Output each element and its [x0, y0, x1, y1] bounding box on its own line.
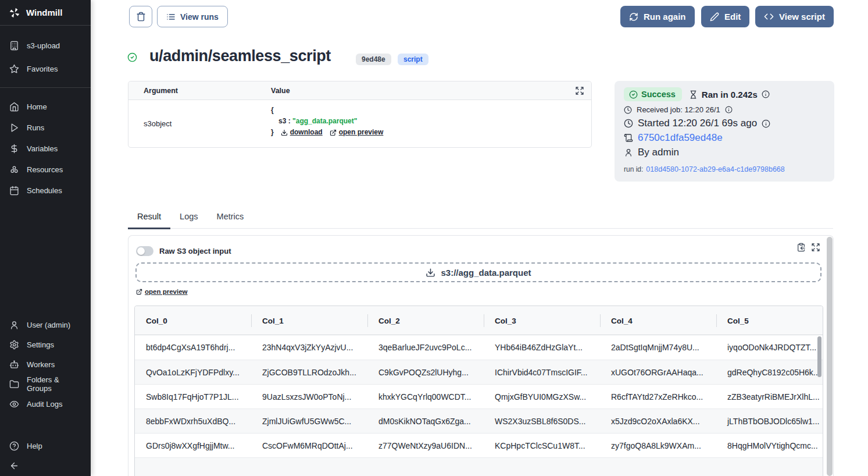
table-cell: QvOa1oLzKFjYDFPdlxy...	[135, 368, 251, 377]
table-cell: ZjGCOB9TLLROdzoJkh...	[251, 368, 367, 377]
s3-file-download-button[interactable]: s3://agg_data.parquet	[135, 262, 821, 282]
sidebar-item-label: Runs	[27, 123, 44, 132]
pencil-icon	[710, 12, 719, 22]
argument-value-json: { s3 : "agg_data.parquet" } download ope…	[271, 105, 383, 138]
sidebar-item-favorites[interactable]: Favorites	[0, 57, 91, 80]
view-runs-button[interactable]: View runs	[157, 6, 228, 27]
sidebar-item-folders-groups[interactable]: Folders & Groups	[0, 374, 91, 394]
argument-column-header: Argument	[128, 87, 271, 95]
job-hash-link[interactable]: 6750c1dfa59ed48e	[638, 132, 723, 144]
clock-icon	[624, 119, 633, 128]
column-header: Col_1	[251, 306, 367, 335]
open-preview-link[interactable]: open preview	[330, 127, 384, 138]
code-icon	[764, 12, 774, 22]
home-icon	[9, 102, 19, 112]
arguments-table-row: s3object { s3 : "agg_data.parquet" } dow…	[128, 100, 591, 147]
tab-result[interactable]: Result	[128, 212, 170, 228]
view-script-label: View script	[779, 12, 825, 22]
table-cell: zZB3eatyrRiBMEJrXlhL...	[716, 392, 823, 402]
view-runs-label: View runs	[180, 12, 219, 22]
arrow-left-icon	[9, 461, 19, 471]
result-tabs: Result Logs Metrics	[128, 212, 833, 229]
table-cell: WS2X3uzSBL8f6S0DS...	[484, 417, 600, 426]
resources-icon	[9, 165, 19, 175]
sidebar-item-audit-logs[interactable]: Audit Logs	[0, 394, 91, 414]
clipboard-copy-icon[interactable]	[796, 243, 806, 252]
column-header: Col_3	[484, 306, 600, 335]
sidebar-item-label: Favorites	[27, 65, 58, 73]
sidebar: Windmill s3-upload Favorites Home Runs V…	[0, 0, 91, 476]
tab-metrics[interactable]: Metrics	[208, 212, 253, 228]
panel-scrollbar-thumb[interactable]	[827, 237, 833, 476]
sidebar-item-schedules[interactable]: Schedules	[0, 180, 91, 201]
sidebar-item-s3-upload[interactable]: s3-upload	[0, 34, 91, 57]
user-icon	[9, 320, 19, 330]
column-header: Col_2	[367, 306, 484, 335]
scroll-icon	[624, 133, 633, 143]
delete-button[interactable]	[129, 6, 152, 27]
external-link-icon	[330, 129, 337, 136]
trash-icon	[136, 12, 146, 22]
raw-s3-toggle[interactable]	[136, 246, 153, 256]
run-id-link[interactable]: 018d4580-1072-ab29-e6a4-c1de9798b668	[646, 165, 784, 173]
table-cell: zy7fgoQ8A8Lk9WXAm...	[600, 441, 716, 450]
sidebar-item-workers[interactable]: Workers	[0, 354, 91, 374]
info-icon[interactable]	[762, 90, 770, 98]
argument-name: s3object	[144, 119, 172, 128]
sidebar-item-label: Schedules	[27, 186, 62, 195]
by-user-text: By admin	[638, 147, 679, 158]
person-icon	[624, 148, 633, 157]
open-preview-link[interactable]: open preview	[136, 288, 188, 295]
toggle-knob	[137, 247, 145, 255]
column-header: Col_0	[135, 306, 251, 335]
table-row: GDrs0j8wXXgfHgjjMtw...CscOFwM6MRqDOttAj.…	[135, 433, 823, 457]
page-title: u/admin/seamless_script	[149, 47, 331, 65]
table-cell: CscOFwM6MRqDOttAj...	[251, 441, 367, 450]
sidebar-item-settings[interactable]: Settings	[0, 335, 91, 354]
edit-button[interactable]: Edit	[701, 6, 749, 27]
table-cell: 23hN4qxV3jZkYyAzjvU...	[251, 343, 367, 352]
sidebar-divider	[0, 87, 91, 88]
sidebar-item-home[interactable]: Home	[0, 96, 91, 117]
gear-icon	[9, 340, 19, 350]
hash-badge: 9ed48e	[356, 54, 391, 65]
job-info-panel: Success Ran in 0.242s Received job: 12:2…	[615, 81, 834, 182]
play-icon	[9, 123, 19, 133]
received-job-text: Received job: 12:20 26/1	[637, 105, 720, 114]
tab-logs[interactable]: Logs	[170, 212, 207, 228]
expand-icon[interactable]	[575, 86, 584, 95]
star-icon	[9, 64, 19, 74]
download-link[interactable]: download	[281, 127, 323, 138]
expand-icon[interactable]	[811, 243, 820, 252]
run-again-button[interactable]: Run again	[620, 6, 695, 27]
json-close-brace: }	[271, 127, 274, 138]
table-cell: IChirVbid4c07TmscIGIF...	[484, 368, 600, 377]
info-icon[interactable]	[725, 106, 733, 113]
view-script-button[interactable]: View script	[755, 6, 834, 27]
eye-icon	[9, 399, 19, 409]
collapse-sidebar-button[interactable]	[0, 457, 91, 474]
info-icon[interactable]	[762, 119, 770, 128]
column-header: Col_4	[600, 306, 716, 335]
sidebar-item-resources[interactable]: Resources	[0, 159, 91, 180]
json-open-brace: {	[271, 105, 383, 116]
json-string-value: "agg_data.parquet"	[292, 117, 357, 125]
sidebar-item-variables[interactable]: Variables	[0, 138, 91, 159]
json-key: s3	[278, 117, 286, 125]
sidebar-item-user[interactable]: User (admin)	[0, 315, 91, 335]
started-text: Started 12:20 26/1 69s ago	[638, 118, 757, 129]
table-cell: dM0sKikNOTaqGx6Zga...	[367, 417, 484, 426]
table-cell: jLThBTbOBJODlc65lw1...	[716, 417, 823, 426]
table-scrollbar-thumb[interactable]	[817, 336, 821, 377]
run-again-label: Run again	[644, 12, 686, 22]
windmill-logo-icon	[9, 7, 20, 19]
sidebar-item-label: Audit Logs	[27, 400, 62, 408]
sidebar-item-label: Settings	[27, 340, 54, 349]
help-circle-icon	[9, 441, 19, 451]
app-logo-row[interactable]: Windmill	[0, 0, 91, 26]
table-cell: 8ebbFxWDxrh5uXdBQ...	[135, 417, 251, 426]
sidebar-item-runs[interactable]: Runs	[0, 117, 91, 138]
ran-in-text: Ran in 0.242s	[702, 90, 758, 100]
table-cell: 3qeBarlueJF2uvc9PoLc...	[367, 343, 484, 352]
sidebar-item-help[interactable]: Help	[0, 438, 91, 454]
